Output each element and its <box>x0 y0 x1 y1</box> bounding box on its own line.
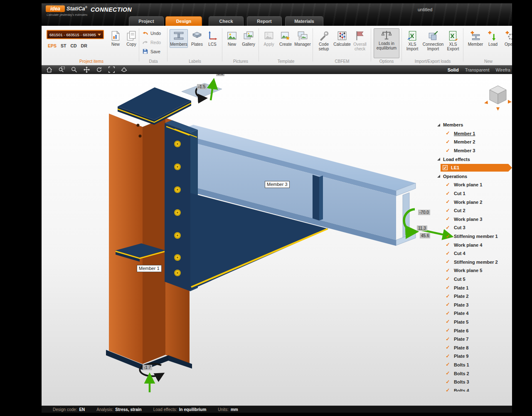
xls-import-button[interactable]: XLS Import <box>404 29 421 52</box>
checkbox-checked-icon[interactable] <box>445 337 451 342</box>
checkbox-checked-icon[interactable] <box>445 362 451 367</box>
tree-item-plate-3[interactable]: Plate 3 <box>436 300 512 309</box>
picture-new-button[interactable]: New <box>224 29 239 48</box>
checkbox-checked-icon[interactable] <box>445 191 451 196</box>
tab-report[interactable]: Report <box>247 16 282 26</box>
undo-button[interactable]: Undo <box>142 30 161 36</box>
labels-plates-toggle[interactable]: Plates <box>190 29 204 48</box>
le1-active-banner[interactable]: LE1 <box>441 164 512 172</box>
member-3-label[interactable]: Member 3 <box>265 181 290 188</box>
checkbox-checked-icon[interactable] <box>445 311 451 316</box>
tree-item-stiffening-member-1[interactable]: Stiffening member 1 <box>436 232 512 241</box>
save-button[interactable]: Save <box>142 49 160 54</box>
tree-item-bolts-4[interactable]: Bolts 4 <box>436 386 512 391</box>
code-eps[interactable]: EPS <box>48 43 57 48</box>
render-mode-solid[interactable]: Solid <box>448 67 459 72</box>
tree-item-cut-4[interactable]: Cut 4 <box>436 249 512 258</box>
project-items-dropdown[interactable]: 681501 - 683515 - 683985 <box>47 30 104 39</box>
tree-item-plate-1[interactable]: Plate 1 <box>436 283 512 292</box>
collapse-triangle-icon[interactable] <box>437 124 440 126</box>
tree-item-work-plane-1[interactable]: Work plane 1 <box>436 181 512 189</box>
new-member-button[interactable]: Member <box>466 29 485 48</box>
template-manager-button[interactable]: Manager <box>294 29 311 48</box>
checkbox-checked-icon[interactable] <box>445 285 451 290</box>
new-operation-button[interactable]: Opera <box>501 29 512 48</box>
checkbox-checked-icon[interactable] <box>445 259 451 265</box>
tab-project[interactable]: Project <box>129 16 164 26</box>
render-mode-transparent[interactable]: Transparent <box>465 67 490 72</box>
checkbox-checked-icon[interactable] <box>443 165 448 170</box>
tree-item-plate-2[interactable]: Plate 2 <box>436 292 512 301</box>
tree-item-member-3[interactable]: Member 3 <box>436 146 512 155</box>
rotate-view-icon[interactable] <box>96 66 103 73</box>
loads-in-equilibrium-toggle[interactable]: Loads in equilibrium <box>374 28 399 58</box>
connection-import-button[interactable]: Connection Import <box>421 29 445 52</box>
tree-item-bolts-2[interactable]: Bolts 2 <box>436 369 512 378</box>
tree-item-member-1[interactable]: Member 1 <box>436 129 512 138</box>
checkbox-checked-icon[interactable] <box>445 388 451 391</box>
render-mode-wireframe[interactable]: Wirefra <box>496 67 510 72</box>
checkbox-checked-icon[interactable] <box>445 225 451 230</box>
new-load-button[interactable]: Load <box>486 29 500 48</box>
checkbox-checked-icon[interactable] <box>445 182 451 188</box>
pan-icon[interactable] <box>83 66 90 73</box>
tree-item-bolts-1[interactable]: Bolts 1 <box>436 361 512 369</box>
member-1-label[interactable]: Member 1 <box>137 265 162 272</box>
model-viewport[interactable]: 5.6 -1.5 -70.0 11.3 45.6 -1.7 Member 3 M… <box>42 74 512 406</box>
checkbox-checked-icon[interactable] <box>445 148 451 154</box>
clipping-plane-icon[interactable] <box>121 66 128 73</box>
tree-item-le1[interactable]: LE1 <box>436 163 512 172</box>
checkbox-checked-icon[interactable] <box>445 242 451 248</box>
tree-item-cut-1[interactable]: Cut 1 <box>436 189 512 198</box>
checkbox-checked-icon[interactable] <box>445 354 451 359</box>
tree-item-member-2[interactable]: Member 2 <box>436 138 512 146</box>
checkbox-checked-icon[interactable] <box>445 139 451 145</box>
checkbox-checked-icon[interactable] <box>445 276 451 282</box>
copy-project-item-button[interactable]: Copy <box>124 29 139 48</box>
checkbox-checked-icon[interactable] <box>445 234 451 239</box>
calculate-button[interactable]: Calculate <box>333 29 351 48</box>
tab-check[interactable]: Check <box>209 16 244 26</box>
xls-export-button[interactable]: XLS Export <box>445 29 461 52</box>
view-cube[interactable] <box>484 86 512 111</box>
tree-item-cut-3[interactable]: Cut 3 <box>436 223 512 232</box>
tree-item-stiffening-member-2[interactable]: Stiffening member 2 <box>436 258 512 267</box>
checkbox-checked-icon[interactable] <box>445 319 451 324</box>
tree-item-plate-6[interactable]: Plate 6 <box>436 326 512 335</box>
new-project-item-button[interactable]: New <box>108 29 123 48</box>
home-view-icon[interactable] <box>46 66 53 73</box>
template-apply-button[interactable]: Apply <box>261 29 277 48</box>
tab-design[interactable]: Design <box>165 16 202 26</box>
tree-item-cut-2[interactable]: Cut 2 <box>436 206 512 215</box>
checkbox-checked-icon[interactable] <box>445 131 451 136</box>
checkbox-checked-icon[interactable] <box>445 208 451 213</box>
tree-section-load-effects[interactable]: Load effects <box>436 155 512 163</box>
overall-check-button[interactable]: Overall check <box>351 29 369 52</box>
tab-materials[interactable]: Materials <box>285 16 323 26</box>
tree-item-work-plane-5[interactable]: Work plane 5 <box>436 266 512 275</box>
checkbox-checked-icon[interactable] <box>445 328 451 333</box>
zoom-fit-icon[interactable] <box>108 66 115 73</box>
tree-item-bolts-3[interactable]: Bolts 3 <box>436 378 512 386</box>
code-cd[interactable]: CD <box>70 43 76 48</box>
checkbox-checked-icon[interactable] <box>445 199 451 205</box>
labels-lcs-toggle[interactable]: LCS <box>205 29 219 48</box>
checkbox-checked-icon[interactable] <box>445 379 451 385</box>
tree-item-plate-8[interactable]: Plate 8 <box>436 343 512 352</box>
picture-gallery-button[interactable]: Gallery <box>240 29 257 48</box>
tree-section-members[interactable]: Members <box>436 121 512 129</box>
code-setup-button[interactable]: Code setup <box>315 29 332 52</box>
redo-button[interactable]: Redo <box>142 40 161 45</box>
labels-members-toggle[interactable]: Members <box>170 29 188 48</box>
tree-item-plate-4[interactable]: Plate 4 <box>436 309 512 318</box>
checkbox-checked-icon[interactable] <box>445 302 451 307</box>
tree-item-work-plane-2[interactable]: Work plane 2 <box>436 198 512 206</box>
checkbox-checked-icon[interactable] <box>445 251 451 256</box>
code-dr[interactable]: DR <box>81 43 87 48</box>
checkbox-checked-icon[interactable] <box>445 345 451 350</box>
checkbox-checked-icon[interactable] <box>445 216 451 222</box>
checkbox-checked-icon[interactable] <box>445 268 451 273</box>
tree-item-plate-9[interactable]: Plate 9 <box>436 352 512 361</box>
collapse-triangle-icon[interactable] <box>437 175 440 178</box>
tree-item-plate-5[interactable]: Plate 5 <box>436 318 512 327</box>
